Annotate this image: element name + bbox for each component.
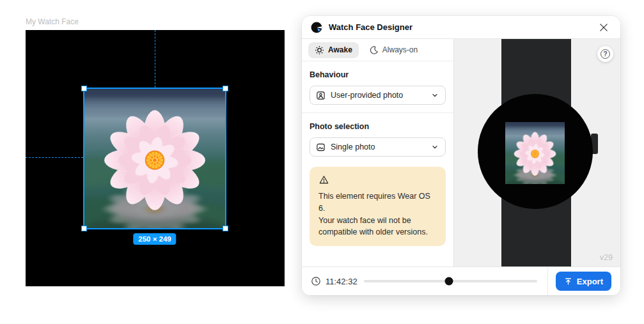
chevron-down-icon xyxy=(430,143,439,151)
export-arrow-icon xyxy=(564,277,572,286)
slider-thumb[interactable] xyxy=(444,277,453,286)
chevron-down-icon xyxy=(430,91,439,100)
plugin-logo-icon xyxy=(311,22,322,33)
footer-divider xyxy=(547,267,548,295)
frame-title[interactable]: My Watch Face xyxy=(26,17,79,26)
panel-footer: 11:42:32 Export xyxy=(302,266,620,295)
behaviour-label: Behaviour xyxy=(310,70,446,79)
compatibility-warning: This element requires Wear OS 6. Your wa… xyxy=(310,167,446,246)
clock-icon xyxy=(311,276,321,286)
help-button[interactable]: ? xyxy=(597,46,613,62)
question-mark-icon: ? xyxy=(601,49,610,59)
image-icon xyxy=(316,143,326,152)
alignment-guide-horizontal xyxy=(26,157,83,158)
selection-box[interactable] xyxy=(83,88,226,229)
sun-icon xyxy=(315,45,324,55)
resize-handle-nw[interactable] xyxy=(81,86,87,91)
resize-handle-sw[interactable] xyxy=(81,226,87,231)
selection-size-badge: 250 × 249 xyxy=(133,233,176,245)
panel-header: Watch Face Designer xyxy=(302,16,620,39)
user-photo-icon xyxy=(316,91,326,100)
export-button-label: Export xyxy=(577,277,603,286)
time-slider[interactable] xyxy=(364,276,537,286)
behaviour-section: Behaviour User-provided photo xyxy=(302,61,453,112)
panel-title: Watch Face Designer xyxy=(329,22,412,32)
photo-selection-section: Photo selection Single photo xyxy=(302,113,453,164)
warning-text-line1: This element requires Wear OS 6. xyxy=(318,190,437,215)
mode-tabs: Awake Always-on xyxy=(302,39,453,61)
watch-face-designer-panel: Watch Face Designer xyxy=(302,16,620,295)
photo-selection-label: Photo selection xyxy=(310,122,446,131)
behaviour-select[interactable]: User-provided photo xyxy=(310,86,446,105)
alignment-guide-vertical xyxy=(155,30,155,88)
settings-column: Awake Always-on Behaviour xyxy=(302,39,454,266)
photo-selection-value: Single photo xyxy=(331,143,375,151)
export-button[interactable]: Export xyxy=(556,272,611,291)
time-display: 11:42:32 xyxy=(326,277,357,286)
resize-handle-se[interactable] xyxy=(223,226,228,231)
watch-photo-preview xyxy=(505,122,565,184)
tab-awake-label: Awake xyxy=(328,45,352,54)
warning-triangle-icon xyxy=(318,174,437,185)
panel-body: Awake Always-on Behaviour xyxy=(302,39,620,266)
tab-always-on-label: Always-on xyxy=(382,45,418,54)
tab-awake[interactable]: Awake xyxy=(308,42,359,58)
warning-text-line2: Your watch face wil not be compatible wi… xyxy=(318,215,437,239)
version-label: v29 xyxy=(600,253,613,262)
watch-face-artboard[interactable]: 250 × 249 xyxy=(26,30,285,286)
tab-always-on[interactable]: Always-on xyxy=(363,42,424,58)
watch-preview: ? v29 xyxy=(454,39,620,266)
resize-handle-ne[interactable] xyxy=(223,86,228,91)
close-icon[interactable] xyxy=(596,20,611,35)
moon-icon xyxy=(369,45,379,55)
behaviour-value: User-provided photo xyxy=(331,91,403,100)
photo-selection-select[interactable]: Single photo xyxy=(310,137,446,157)
